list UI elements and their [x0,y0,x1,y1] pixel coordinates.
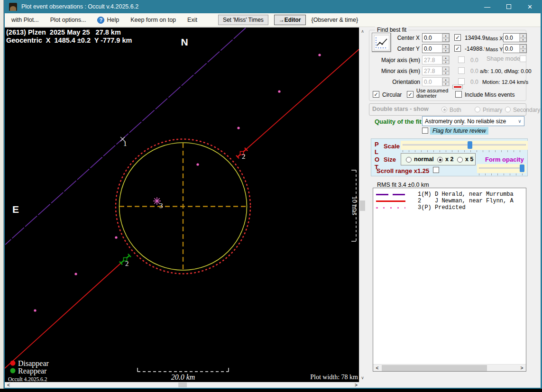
spin-down-icon[interactable]: ▼ [520,38,526,42]
minimize-button[interactable]: — [477,0,498,13]
flag-review-checkbox[interactable] [422,128,428,134]
app-icon [9,3,17,11]
scale-slider-ticks [403,150,526,152]
scroll-left-icon[interactable]: < [5,382,12,388]
size-x5-label: x 5 [465,156,473,163]
minor-axis-unc: 0.0 [470,68,478,74]
form-opacity-slider[interactable] [477,164,526,173]
circular-checkbox[interactable]: ✓ [373,91,379,98]
plot-canvas[interactable]: 1 2 2 [5,27,359,382]
plot-vertical-scrollbar[interactable]: ∧ ∨ [359,27,365,382]
mass-y-spinner[interactable]: 0.0 ▲▼ [503,44,527,53]
listbox-horizontal-scrollbar[interactable]: < > [373,364,526,371]
major-axis-spinner: 27.8 ▲▼ [422,55,450,64]
miss-line-style-swatch[interactable] [452,85,463,89]
rms-fit-label: RMS fit 3.4 ±0.0 km [377,182,429,188]
control-panel: Find best fit Center X 0.0 ▲▼ ✓ 13494.9 … [365,27,541,382]
center-x-spinner[interactable]: 0.0 ▲▼ [422,33,450,42]
menu-bar: with Plot... Plot options... ? Help Keep… [5,13,541,27]
scroll-right-icon[interactable]: > [518,365,525,371]
spin-down-icon[interactable]: ▼ [442,38,449,42]
scale-bar [138,368,229,372]
horizontal-scrollbar-thumb[interactable] [178,383,187,387]
spin-up-icon[interactable]: ▲ [520,45,526,49]
size-radio-group: normal x 2 x 5 [401,153,476,165]
scroll-right-icon[interactable]: > [353,382,359,388]
minor-axis-spinner: 27.8 ▲▼ [422,66,450,75]
spin-up-icon[interactable]: ▲ [442,34,449,38]
center-y-spinner[interactable]: 0.0 ▲▼ [422,44,450,53]
plot-letter-o: O [375,156,379,163]
window-title: Plot event observations : Occult v.4.202… [21,3,477,10]
scale-slider[interactable] [401,141,528,150]
scale-slider-thumb[interactable] [468,141,472,149]
menu-keep-on-top[interactable]: Keep form on top [130,17,176,23]
center-y-label: Center Y [393,46,420,52]
flag-review-label: Flag for future review [430,127,488,135]
menu-help-label: Help [107,17,119,23]
menu-help[interactable]: ? Help [97,17,119,24]
spin-down-icon: ▼ [442,71,449,75]
size-x2-radio[interactable] [437,157,443,163]
fit-y-checkbox[interactable]: ✓ [454,45,461,52]
form-opacity-label: Form opacity [485,156,524,163]
form-opacity-slider-thumb[interactable] [520,164,524,172]
editor-button[interactable]: →Editor [274,15,306,25]
center-x-label: Center X [393,35,420,41]
scroll-range-checkbox[interactable] [433,167,439,173]
double-both-label: Both [450,107,461,113]
run-fit-button[interactable] [372,33,391,52]
quality-of-fit-label: Quality of the fit [375,118,422,125]
scroll-range-label: Scroll range x1.25 [377,167,429,174]
spin-up-icon: ▲ [442,56,449,60]
predicted-line-swatch [376,207,405,209]
fit-x-checkbox[interactable]: ✓ [454,34,461,41]
spin-up-icon[interactable]: ▲ [442,45,449,49]
close-button[interactable]: ✕ [519,0,541,13]
observation-row-1[interactable]: 1(M) D Herald, near Murrumba [373,191,526,198]
spin-up-icon: ▲ [442,67,449,71]
double-stars-group: Double stars - show Both Primary Seconda… [369,103,526,116]
use-assumed-diameter-checkbox[interactable]: ✓ [407,91,413,98]
find-best-fit-label: Find best fit [375,27,408,33]
plot-horizontal-scrollbar[interactable]: < > [5,382,360,388]
chord2-lower-line [5,263,121,368]
predicted-label: 3 [159,202,163,210]
form-opacity-slider-ticks [479,173,525,175]
size-normal-radio[interactable] [406,157,412,163]
vertical-scrollbar-thumb[interactable] [360,201,365,211]
x-result-value: 13494.9 [465,35,485,41]
orientation-label: Orientation [378,79,420,85]
red-line-icon [454,86,461,88]
set-miss-times-button[interactable]: Set 'Miss' Times [218,15,268,25]
size-normal-label: normal [414,156,434,163]
maximize-button[interactable] [498,0,519,13]
observation-row-3[interactable]: 3(P) Predicted [373,204,526,211]
chord2-upper-line [246,49,359,149]
east-label: E [12,204,19,215]
include-miss-events-checkbox[interactable] [455,91,462,98]
menu-exit[interactable]: Exit [187,17,197,23]
orientation-spinner: 0.0 ▲▼ [422,77,450,86]
chord2-line-swatch [376,201,405,202]
double-secondary-radio [505,107,511,112]
spin-down-icon[interactable]: ▼ [442,49,449,53]
mas-scale-label: 10 mas [351,196,358,215]
chord1-line-swatch [376,194,405,195]
chord2-reappear-label: 2 [125,260,129,267]
bottom-panel-strip [360,382,541,388]
double-stars-label: Double stars - show [372,106,429,112]
menu-with-plot[interactable]: with Plot... [11,17,39,23]
spin-down-icon[interactable]: ▼ [520,49,526,53]
scroll-left-icon[interactable]: < [374,365,381,371]
spin-down-icon: ▼ [442,82,449,86]
scale-bar-label: 20.0 km [171,373,195,381]
size-x5-radio[interactable] [457,157,463,163]
menu-plot-options[interactable]: Plot options... [50,17,86,23]
mass-x-spinner[interactable]: 0.0 ▲▼ [503,33,527,42]
observation-row-2[interactable]: 2 J Newman, near Flynn, A [373,198,526,204]
observations-listbox[interactable]: 1(M) D Herald, near Murrumba 2 J Newman,… [373,188,526,372]
listbox-scrollbar-thumb[interactable] [382,365,487,371]
spin-up-icon[interactable]: ▲ [520,34,526,38]
quality-of-fit-dropdown[interactable]: Astrometry only. No reliable size ∨ [422,116,524,126]
